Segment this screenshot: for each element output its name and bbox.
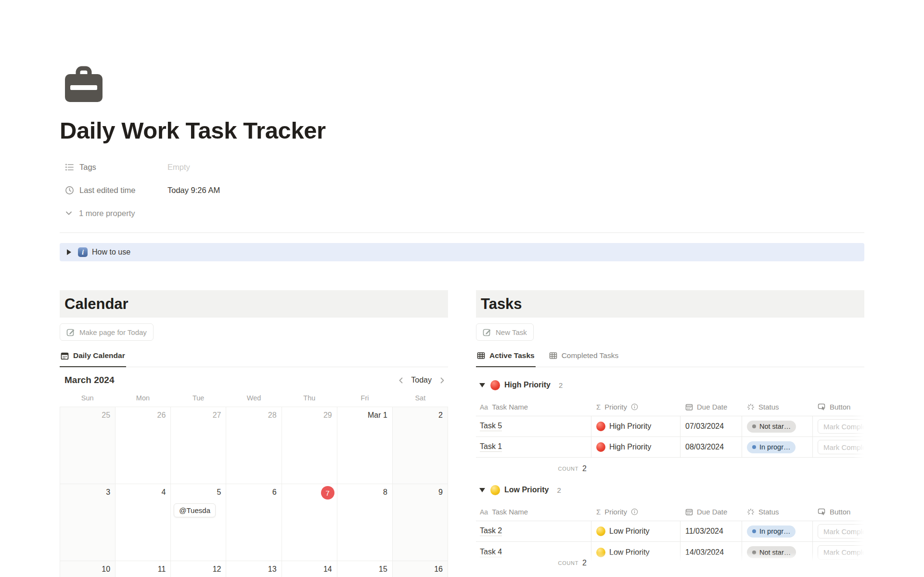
group-header[interactable]: High Priority2	[476, 379, 864, 391]
status-pill[interactable]: Not star…	[747, 546, 796, 558]
due-date-cell[interactable]: 11/03/2024	[680, 521, 742, 541]
yellow-circle-icon	[490, 485, 500, 495]
calendar-today-button[interactable]: Today	[411, 376, 432, 385]
calendar-prev-button[interactable]	[395, 374, 407, 386]
mark-complete-button[interactable]: Mark Comple	[818, 524, 864, 539]
due-date-cell[interactable]: 14/03/2024	[680, 542, 742, 563]
column-header-priority[interactable]: ΣPriority	[591, 503, 680, 521]
property-value[interactable]: Empty	[167, 163, 190, 172]
calendar-event-card[interactable]: @Tuesda	[174, 503, 216, 517]
calendar-icon	[685, 508, 693, 516]
column-header-label: Due Date	[697, 403, 727, 411]
calendar-cell[interactable]: 12	[171, 561, 226, 577]
calendar-cell[interactable]: 26	[116, 407, 171, 484]
status-cell[interactable]: In progr…	[742, 437, 813, 457]
task-table: AaTask NameΣPriorityDue DateStatusButton…	[476, 496, 864, 563]
calendar-cell[interactable]: 9	[393, 484, 448, 561]
priority-label: Low Priority	[609, 548, 650, 557]
tasks-heading[interactable]: Tasks	[481, 295, 522, 313]
today-day-badge[interactable]: 7	[321, 486, 334, 500]
new-task-button[interactable]: New Task	[476, 323, 534, 341]
calendar-cell[interactable]: 3	[60, 484, 116, 561]
group-header[interactable]: Low Priority2	[476, 484, 864, 496]
page-title[interactable]: Daily Work Task Tracker	[60, 117, 864, 144]
calendar-cell[interactable]: 29	[282, 407, 337, 484]
calendar-cell[interactable]: 15	[337, 561, 393, 577]
calendar-cell[interactable]: 5@Tuesda	[171, 484, 226, 561]
column-header-priority[interactable]: ΣPriority	[591, 398, 680, 416]
column-header-due-date[interactable]: Due Date	[680, 398, 742, 416]
page-icon-briefcase[interactable]	[65, 66, 103, 103]
property-row[interactable]: Last edited timeToday 9:26 AM	[60, 179, 864, 202]
calendar-cell[interactable]: 10	[60, 561, 116, 577]
due-date-cell[interactable]: 08/03/2024	[680, 437, 742, 457]
calendar-cell[interactable]: 27	[171, 407, 226, 484]
column-header-status[interactable]: Status	[742, 503, 813, 521]
status-label: In progr…	[759, 527, 790, 535]
group-toggle-triangle-icon[interactable]	[479, 383, 485, 387]
calendar-cell[interactable]: 11	[116, 561, 171, 577]
status-cell[interactable]: Not star…	[742, 542, 813, 563]
column-header-task-name[interactable]: AaTask Name	[476, 398, 591, 416]
priority-cell[interactable]: High Priority	[591, 437, 680, 457]
column-header-label: Status	[758, 403, 779, 411]
calendar-cell[interactable]: 14	[282, 561, 337, 577]
task-name-cell[interactable]: Task 5	[476, 416, 591, 436]
mark-complete-button[interactable]: Mark Comple	[818, 545, 864, 560]
status-pill[interactable]: In progr…	[747, 526, 796, 538]
count-row[interactable]: COUNT2	[476, 556, 591, 570]
column-header-button[interactable]: Button	[813, 503, 864, 521]
mark-complete-button[interactable]: Mark Comple	[818, 419, 864, 434]
tab-daily-calendar[interactable]: Daily Calendar	[60, 348, 126, 367]
task-name-link[interactable]: Task 5	[480, 422, 502, 431]
column-header-button[interactable]: Button	[813, 398, 864, 416]
calendar-cell[interactable]: 7	[282, 484, 337, 561]
tab-active-tasks[interactable]: Active Tasks	[476, 348, 536, 367]
priority-cell[interactable]: High Priority	[591, 416, 680, 436]
task-name-link[interactable]: Task 2	[480, 526, 502, 536]
make-page-for-today-button[interactable]: Make page for Today	[60, 323, 154, 341]
column-header-status[interactable]: Status	[742, 398, 813, 416]
day-number: Mar 1	[368, 411, 387, 420]
task-name-cell[interactable]: Task 2	[476, 521, 591, 541]
how-to-use-label: How to use	[92, 248, 130, 256]
status-cell[interactable]: Not star…	[742, 416, 813, 436]
column-header-due-date[interactable]: Due Date	[680, 503, 742, 521]
day-number: 16	[434, 565, 443, 574]
priority-cell[interactable]: Low Priority	[591, 542, 680, 563]
toggle-triangle-icon[interactable]	[67, 249, 71, 255]
calendar-cell[interactable]: 8	[337, 484, 393, 561]
status-pill[interactable]: In progr…	[747, 441, 796, 453]
button-cell: Mark Comple	[813, 437, 864, 457]
property-row[interactable]: TagsEmpty	[60, 155, 864, 179]
divider	[60, 232, 864, 233]
status-pill[interactable]: Not star…	[747, 421, 796, 433]
how-to-use-toggle[interactable]: i How to use	[60, 243, 864, 261]
mark-complete-button[interactable]: Mark Comple	[818, 440, 864, 454]
priority-cell[interactable]: Low Priority	[591, 521, 680, 541]
status-dot-icon	[752, 424, 756, 428]
calendar-cell[interactable]: 13	[226, 561, 282, 577]
formula-icon: Σ	[596, 508, 601, 516]
property-value[interactable]: Today 9:26 AM	[167, 186, 220, 195]
calendar-cell[interactable]: 16	[393, 561, 448, 577]
calendar-cell[interactable]: 2	[393, 407, 448, 484]
calendar-cell[interactable]: 28	[226, 407, 282, 484]
column-header-task-name[interactable]: AaTask Name	[476, 503, 591, 521]
text-icon: Aa	[480, 403, 488, 411]
calendar-cell[interactable]: Mar 1	[337, 407, 393, 484]
task-name-link[interactable]: Task 1	[480, 442, 502, 452]
calendar-heading[interactable]: Calendar	[64, 295, 128, 313]
due-date-cell[interactable]: 07/03/2024	[680, 416, 742, 436]
tasks-tabbar: Active Tasks Completed Tasks	[476, 348, 864, 367]
calendar-cell[interactable]: 6	[226, 484, 282, 561]
task-name-cell[interactable]: Task 1	[476, 437, 591, 457]
more-properties-toggle[interactable]: 1 more property	[65, 202, 864, 225]
calendar-cell[interactable]: 4	[116, 484, 171, 561]
calendar-next-button[interactable]	[436, 374, 448, 386]
group-toggle-triangle-icon[interactable]	[479, 488, 485, 492]
count-row[interactable]: COUNT2	[476, 462, 591, 476]
calendar-cell[interactable]: 25	[60, 407, 116, 484]
status-cell[interactable]: In progr…	[742, 521, 813, 541]
tab-completed-tasks[interactable]: Completed Tasks	[548, 348, 620, 367]
